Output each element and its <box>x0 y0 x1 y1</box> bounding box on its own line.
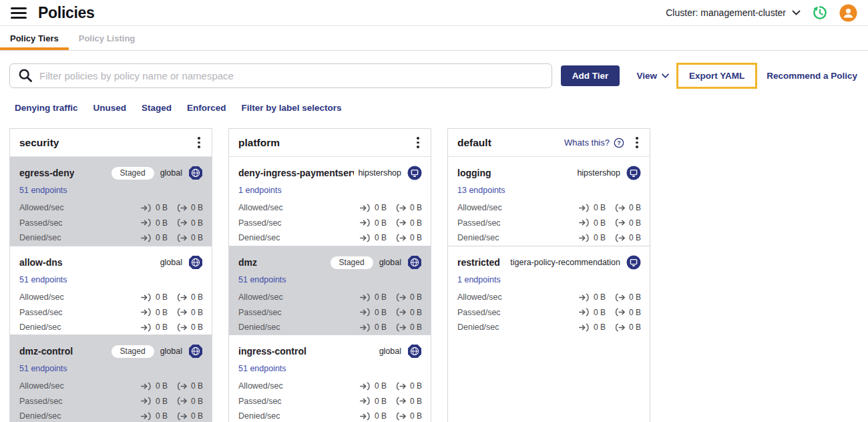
stat-row: Passed/sec 0 B 0 B <box>457 305 641 321</box>
ingress-value: 0 B <box>375 397 387 406</box>
stat-label: Allowed/sec <box>19 203 64 212</box>
policy-name: restricted <box>457 257 500 268</box>
ingress-value: 0 B <box>594 218 606 228</box>
ingress-arrow-icon <box>579 204 590 212</box>
endpoints-link[interactable]: 51 endpoints <box>19 186 67 195</box>
search-icon <box>18 68 33 83</box>
tier-card-list: logging hipstershop 13 endpoints Allowed… <box>448 157 650 335</box>
search-box <box>9 63 552 88</box>
recommend-policy-button[interactable]: Recommend a Policy <box>767 71 857 81</box>
ingress-arrow-icon <box>360 234 371 242</box>
policy-name: ingress-control <box>238 346 306 357</box>
endpoints-link[interactable]: 13 endpoints <box>457 186 505 195</box>
stat-label: Allowed/sec <box>238 203 283 212</box>
filter-label-selectors[interactable]: Filter by label selectors <box>242 103 342 113</box>
policy-name: dmz <box>238 257 257 268</box>
policy-name: logging <box>457 168 491 178</box>
policy-card[interactable]: egress-deny Staged global 51 endpoints A… <box>10 157 212 246</box>
egress-value: 0 B <box>191 323 203 332</box>
egress-arrow-icon <box>614 323 626 332</box>
view-dropdown[interactable]: View <box>636 71 669 81</box>
ingress-stat: 0 B <box>360 203 387 212</box>
whats-this-link[interactable]: Whats this? ? <box>564 138 624 148</box>
global-policy-icon <box>188 344 203 359</box>
egress-stat: 0 B <box>395 218 422 228</box>
policy-tiers-board: security egress-deny Staged global <box>9 128 859 422</box>
egress-arrow-icon <box>176 412 188 421</box>
stat-row: Passed/sec 0 B 0 B <box>238 216 422 231</box>
cluster-selector[interactable]: Cluster: management-cluster <box>666 7 801 18</box>
egress-value: 0 B <box>410 411 422 421</box>
endpoints-link[interactable]: 51 endpoints <box>238 275 286 284</box>
egress-value: 0 B <box>629 292 641 302</box>
policy-filter-input[interactable] <box>9 63 552 88</box>
egress-stat: 0 B <box>176 233 203 242</box>
filter-denying-traffic[interactable]: Denying traffic <box>15 103 78 113</box>
policy-card[interactable]: dmz Staged global 51 endpoints Allowed/s… <box>229 246 431 335</box>
stat-label: Passed/sec <box>19 397 63 406</box>
egress-stat: 0 B <box>614 203 641 212</box>
egress-stat: 0 B <box>614 323 641 332</box>
staged-badge: Staged <box>331 256 373 269</box>
tier-card-list: egress-deny Staged global 51 endpoints A… <box>10 157 212 422</box>
egress-value: 0 B <box>629 233 641 242</box>
ingress-stat: 0 B <box>579 218 606 228</box>
policy-card[interactable]: ingress-control global 51 endpoints Allo… <box>229 335 431 422</box>
tier-name: default <box>457 137 491 149</box>
stat-label: Allowed/sec <box>19 381 64 391</box>
egress-value: 0 B <box>191 218 203 228</box>
ingress-stat: 0 B <box>141 397 168 406</box>
ingress-arrow-icon <box>141 293 152 302</box>
ingress-arrow-icon <box>141 412 152 421</box>
egress-value: 0 B <box>410 233 422 242</box>
tab-policy-listing[interactable]: Policy Listing <box>69 26 146 50</box>
egress-stat: 0 B <box>395 308 422 317</box>
export-yaml-highlight: Export YAML <box>676 63 757 89</box>
endpoints-link[interactable]: 51 endpoints <box>238 364 286 373</box>
policy-card[interactable]: allow-dns global 51 endpoints Allowed/se… <box>10 246 212 335</box>
policy-card[interactable]: restricted tigera-policy-recommendation … <box>448 246 650 335</box>
ingress-value: 0 B <box>594 323 606 332</box>
endpoints-link[interactable]: 1 endpoints <box>238 186 282 195</box>
kebab-menu-icon[interactable] <box>631 136 643 150</box>
tab-policy-tiers[interactable]: Policy Tiers <box>0 26 69 50</box>
egress-value: 0 B <box>410 308 422 317</box>
egress-arrow-icon <box>614 308 626 316</box>
stat-label: Passed/sec <box>238 397 282 406</box>
policy-card[interactable]: deny-ingress-paymentservi... hipstershop… <box>229 157 431 246</box>
filter-enforced[interactable]: Enforced <box>187 103 226 113</box>
stat-row: Allowed/sec 0 B 0 B <box>457 200 641 216</box>
egress-arrow-icon <box>395 412 407 421</box>
stat-row: Allowed/sec 0 B 0 B <box>19 379 203 394</box>
egress-stat: 0 B <box>395 203 422 212</box>
egress-value: 0 B <box>410 203 422 212</box>
endpoints-link[interactable]: 1 endpoints <box>457 275 501 284</box>
add-tier-button[interactable]: Add Tier <box>561 65 620 86</box>
user-avatar-icon[interactable] <box>839 4 857 22</box>
egress-value: 0 B <box>410 292 422 302</box>
egress-value: 0 B <box>410 218 422 228</box>
ingress-value: 0 B <box>156 308 168 317</box>
egress-value: 0 B <box>629 203 641 212</box>
kebab-menu-icon[interactable] <box>412 136 424 150</box>
kebab-menu-icon[interactable] <box>193 136 205 150</box>
filter-unused[interactable]: Unused <box>93 103 127 113</box>
egress-stat: 0 B <box>176 218 203 228</box>
policy-card[interactable]: logging hipstershop 13 endpoints Allowed… <box>448 157 650 246</box>
tier-header: platform <box>229 129 431 157</box>
ingress-stat: 0 B <box>141 308 168 317</box>
egress-stat: 0 B <box>176 308 203 317</box>
hamburger-menu-icon[interactable] <box>11 7 27 19</box>
history-icon[interactable] <box>811 4 829 21</box>
policy-scope: hipstershop <box>358 168 401 178</box>
egress-value: 0 B <box>191 203 203 212</box>
ingress-value: 0 B <box>375 233 387 242</box>
endpoints-link[interactable]: 51 endpoints <box>19 275 67 284</box>
filter-staged[interactable]: Staged <box>142 103 172 113</box>
export-yaml-button[interactable]: Export YAML <box>689 71 744 81</box>
policy-card[interactable]: dmz-control Staged global 51 endpoints A… <box>10 335 212 422</box>
stat-row: Denied/sec 0 B 0 B <box>457 230 641 246</box>
stat-row: Denied/sec 0 B 0 B <box>238 409 422 422</box>
egress-stat: 0 B <box>395 323 422 332</box>
endpoints-link[interactable]: 51 endpoints <box>19 364 67 373</box>
